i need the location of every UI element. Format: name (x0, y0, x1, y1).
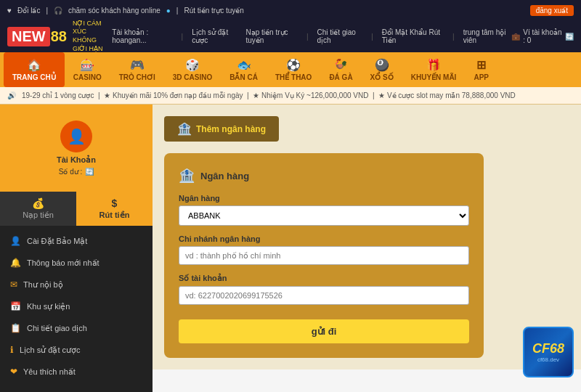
lottery-icon: 🎱 (375, 58, 389, 72)
nav-bar: 🏠 TRANG CHỦ 🎰 CASINO 🎮 TRÒ CHƠI 🎲 3D CAS… (0, 52, 581, 87)
list-icon: 📋 (10, 323, 21, 333)
sep1: | (46, 7, 48, 15)
bell-icon: 🔔 (10, 258, 21, 268)
lich-su-label[interactable]: Lịch sử đặt cược (192, 28, 237, 44)
top-bar-left: ♥ Đổi lấc | 🎧 chăm sóc khách hàng online… (7, 7, 244, 15)
tai-khoan-label[interactable]: Tài khoản : hoangan... (112, 28, 172, 44)
nav-item-the-thao[interactable]: ⚽ THỂ THAO (267, 52, 320, 87)
sidebar-menu: 👤 Cài Đặt Bảo Mật 🔔 Thông báo mới nhất ✉… (0, 226, 153, 387)
rooster-icon: 🐓 (333, 58, 348, 72)
dang-xuat-button[interactable]: đăng xuất (530, 5, 574, 16)
add-bank-label: Thêm ngân hàng (196, 124, 266, 134)
trung-tam-label[interactable]: trung tâm hội viên (463, 28, 512, 44)
refresh-icon[interactable]: 🔄 (565, 33, 574, 41)
nav-item-3d-casino[interactable]: 🎲 3D CASINO (164, 52, 221, 87)
ticker-text-2: Nhiệm Vụ Ký ~126,000,000 VND (261, 91, 368, 99)
vi-tien-label: Ví tài khoản : 0 (523, 28, 562, 44)
cf68-inner: CF68 cf68.dev (523, 327, 574, 377)
nap-tien-label[interactable]: Nạp tiền trực tuyến (246, 28, 298, 44)
menu-label-thong-bao: Thông báo mới nhất (27, 258, 99, 268)
heart-icon: ♥ (7, 7, 12, 15)
sidebar-tabs: 💰 Nạp tiền $ Rút tiền (0, 192, 153, 226)
balance-label: Số dư : (59, 168, 83, 176)
nav-item-xo-so[interactable]: 🎱 XỔ SỐ (362, 52, 402, 87)
nav-label-3d: 3D CASINO (173, 73, 212, 81)
ticker-star2: ★ (253, 91, 259, 99)
doi-lac-label[interactable]: Đổi lấc (17, 7, 40, 15)
menu-item-khu-su-kien[interactable]: 📅 Khu sự kiện (0, 295, 153, 317)
mail-icon: ✉ (10, 279, 17, 290)
nav-item-khuyen-mai[interactable]: 🎁 KHUYẾN MÃI (402, 52, 466, 87)
menu-item-yeu-thich[interactable]: ❤ Yêu thích nhất (0, 361, 153, 383)
submit-button[interactable]: gửi đi (179, 319, 469, 343)
info-icon: ℹ (10, 345, 14, 355)
doi-mat-khau-label[interactable]: Đổi Mật Khẩu Rút Tiền (382, 28, 444, 44)
nav-item-casino[interactable]: 🎰 CASINO (65, 52, 110, 87)
ticker-text-0: 19-29 chỉ 1 vòng cược (22, 91, 94, 99)
nav-label-the-thao: THỂ THAO (275, 73, 312, 81)
logo-tagline: NỢI CÁM XÚC KHÔNG GIỚI HẠN (73, 20, 112, 54)
menu-label-yeu-thich: Yêu thích nhất (23, 367, 76, 377)
rut-tien-label[interactable]: Rút tiền trực tuyến (184, 7, 243, 15)
online-count: ● (166, 7, 171, 15)
tab-rut-tien[interactable]: $ Rút tiền (76, 192, 153, 226)
logo: NEW88 NỢI CÁM XÚC KHÔNG GIỚI HẠN (7, 20, 112, 54)
account-input[interactable] (179, 286, 469, 305)
bank-label: Ngân hàng (179, 194, 469, 203)
main-content: 🏦 Thêm ngân hàng 🏦 Ngân hàng Ngân hàng A… (153, 105, 581, 369)
account-label: Số tài khoản (179, 274, 469, 283)
nav-item-ban-ca[interactable]: 🐟 BẮN CÁ (221, 52, 267, 87)
nav-label-khuyen-mai: KHUYẾN MÃI (411, 73, 457, 81)
profile-balance: Số dư : 🔄 (59, 168, 94, 176)
tagline2: KHÔNG GIỚI HẠN (73, 36, 112, 53)
nav-label-tro-choi: TRÒ CHƠI (119, 73, 155, 81)
logo-88: 88 (51, 28, 67, 45)
menu-item-chi-tiet-giao-dich[interactable]: 📋 Chi tiết giao dịch (0, 317, 153, 339)
top-bar: ♥ Đổi lấc | 🎧 chăm sóc khách hàng online… (0, 0, 581, 20)
sidebar-profile: 👤 Tài Khoản Số dư : 🔄 (0, 105, 153, 192)
refresh-balance-icon[interactable]: 🔄 (85, 168, 94, 176)
calendar-icon: 📅 (10, 301, 21, 311)
headset-icon: 🎧 (54, 7, 62, 15)
menu-item-thu-noi-bo[interactable]: ✉ Thư nội bộ (0, 274, 153, 295)
account-group: Số tài khoản (179, 274, 469, 305)
form-bank-icon: 🏦 (179, 168, 195, 184)
ticker-text-1: Khuyến mãi 10% đơn nạp đầu mỗi ngày (113, 91, 243, 99)
form-title-text: Ngân hàng (200, 171, 249, 181)
menu-item-lich-su[interactable]: ℹ Lịch sử đặt cược (0, 339, 153, 361)
top-bar-right: đăng xuất (530, 5, 574, 16)
cskh-label[interactable]: chăm sóc khách hàng online (68, 7, 161, 15)
main-layout: 👤 Tài Khoản Số dư : 🔄 💰 Nạp tiền $ Rút t… (0, 105, 581, 392)
menu-label-thu: Thư nội bộ (23, 280, 63, 290)
nav-item-app[interactable]: ⊞ APP (465, 52, 497, 87)
tab-nap-tien[interactable]: 💰 Nạp tiền (0, 192, 76, 226)
menu-label-khu-su-kien: Khu sự kiện (27, 302, 70, 311)
branch-input[interactable] (179, 246, 469, 265)
ticker-text-3: Về cược slot may mắn 78,888,000 VND (387, 91, 516, 99)
gift-icon: 🎁 (426, 58, 441, 72)
profile-name: Tài Khoản (57, 155, 96, 165)
bank-form-title: 🏦 Ngân hàng (179, 168, 469, 184)
nav-label-casino: CASINO (73, 73, 102, 81)
menu-item-thong-bao[interactable]: 🔔 Thông báo mới nhất (0, 252, 153, 274)
app-icon: ⊞ (476, 58, 486, 72)
bank-form-card: 🏦 Ngân hàng Ngân hàng ABBANK Chi nhánh n… (164, 153, 484, 358)
speaker-icon: 🔊 (7, 91, 16, 99)
cf68-logo: CF68 (532, 341, 564, 356)
sep5: | (371, 33, 373, 41)
nav-item-tro-choi[interactable]: 🎮 TRÒ CHƠI (110, 52, 164, 87)
menu-item-cai-dat-bao-mat[interactable]: 👤 Cài Đặt Bảo Mật (0, 230, 153, 252)
chi-tiet-label[interactable]: Chi tiết giao dịch (317, 28, 363, 44)
header: NEW88 NỢI CÁM XÚC KHÔNG GIỚI HẠN Tài kho… (0, 20, 581, 52)
add-bank-button[interactable]: 🏦 Thêm ngân hàng (164, 116, 279, 142)
nav-item-da-ga[interactable]: 🐓 ĐÁ GÀ (320, 52, 361, 87)
cf68-badge: CF68 cf68.dev (523, 327, 574, 377)
bank-select[interactable]: ABBANK (179, 205, 469, 226)
nav-label-app: APP (474, 73, 489, 81)
sep2: | (176, 7, 179, 15)
nav-label-xo-so: XỔ SỐ (370, 73, 394, 81)
nav-label-ban-ca: BẮN CÁ (229, 73, 258, 81)
nav-item-trang-chu[interactable]: 🏠 TRANG CHỦ (4, 52, 65, 87)
rut-icon: $ (112, 197, 118, 209)
menu-label-chi-tiet: Chi tiết giao dịch (27, 324, 87, 333)
